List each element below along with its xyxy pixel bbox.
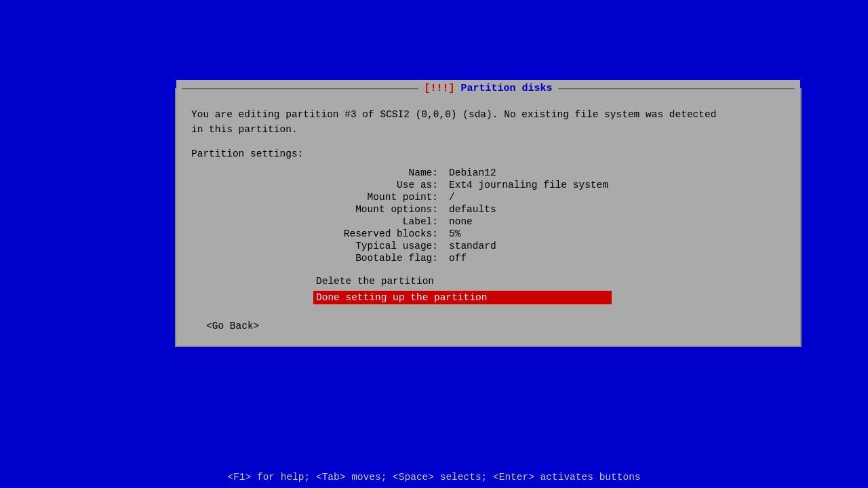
settings-value: none	[449, 216, 473, 227]
settings-row: Reserved blocks:5%	[313, 228, 785, 239]
settings-key: Mount point:	[313, 192, 449, 203]
settings-key: Typical usage:	[313, 241, 449, 251]
title-line-right	[558, 88, 795, 89]
settings-value: Ext4 journaling file system	[449, 180, 608, 190]
description-line2: in this partition.	[191, 123, 785, 138]
settings-row: Use as:Ext4 journaling file system	[313, 180, 785, 190]
description-line1: You are editing partition #3 of SCSI2 (0…	[191, 108, 785, 123]
settings-key: Use as:	[313, 180, 449, 190]
settings-key: Label:	[313, 216, 449, 227]
settings-key: Bootable flag:	[313, 253, 449, 264]
action-item[interactable]: Delete the partition	[313, 274, 612, 288]
settings-value: standard	[449, 241, 496, 251]
settings-value: off	[449, 253, 467, 264]
settings-row: Bootable flag:off	[313, 253, 785, 264]
settings-value: defaults	[449, 204, 496, 215]
dialog-title: [!!!] Partition disks	[418, 83, 557, 94]
screen: [!!!] Partition disks You are editing pa…	[0, 0, 868, 488]
settings-key: Mount options:	[313, 204, 449, 215]
settings-row: Typical usage:standard	[313, 241, 785, 251]
settings-row: Mount options:defaults	[313, 204, 785, 215]
description: You are editing partition #3 of SCSI2 (0…	[191, 108, 785, 138]
title-exclaim: [!!!]	[424, 83, 454, 94]
go-back-button[interactable]: <Go Back>	[206, 321, 259, 331]
settings-key: Name:	[313, 167, 449, 178]
action-section: Delete the partitionDone setting up the …	[313, 274, 785, 307]
dialog: [!!!] Partition disks You are editing pa…	[175, 88, 802, 347]
title-bar: [!!!] Partition disks	[176, 80, 800, 97]
settings-table: Name:Debian12Use as:Ext4 journaling file…	[313, 167, 785, 264]
title-line-left	[182, 88, 418, 89]
title-name: Partition disks	[461, 83, 553, 94]
go-back-section: <Go Back>	[191, 321, 785, 332]
settings-value: /	[449, 192, 455, 203]
settings-row: Name:Debian12	[313, 167, 785, 178]
settings-row: Label:none	[313, 216, 785, 227]
settings-key: Reserved blocks:	[313, 228, 449, 239]
status-bar: <F1> for help; <Tab> moves; <Space> sele…	[0, 466, 868, 488]
settings-value: Debian12	[449, 167, 496, 178]
partition-settings-label: Partition settings:	[191, 148, 785, 159]
settings-row: Mount point:/	[313, 192, 785, 203]
dialog-content: You are editing partition #3 of SCSI2 (0…	[176, 97, 800, 346]
action-item[interactable]: Done setting up the partition	[313, 291, 612, 304]
settings-value: 5%	[449, 228, 460, 239]
